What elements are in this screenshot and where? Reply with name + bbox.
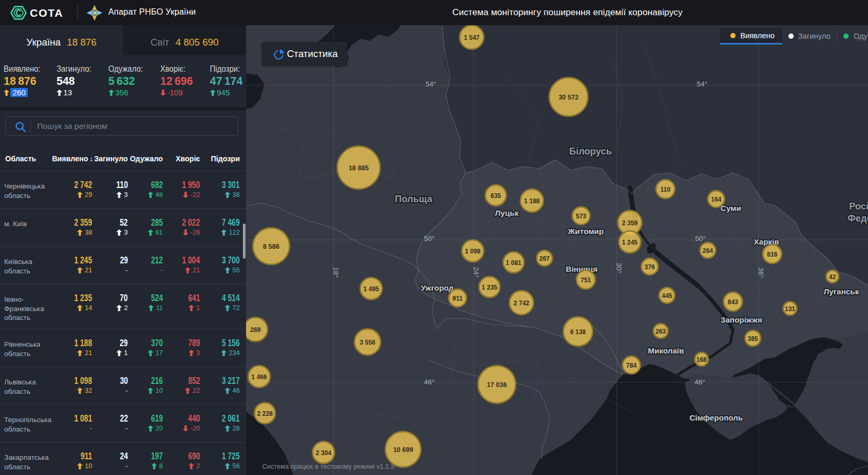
svg-text:Білорусь: Білорусь [569,146,612,157]
svg-text:1 547: 1 547 [464,34,480,41]
svg-text:17 036: 17 036 [487,381,507,389]
svg-text:164: 164 [711,196,721,203]
svg-text:1 245: 1 245 [622,239,638,246]
svg-text:24°: 24° [472,267,480,278]
svg-text:Житомир: Житомир [567,227,604,236]
svg-text:Польща: Польща [395,194,432,204]
svg-text:50°: 50° [424,235,435,242]
svg-text:385: 385 [748,335,758,343]
svg-text:376: 376 [644,263,655,271]
svg-text:2 304: 2 304 [316,449,331,457]
svg-text:1 495: 1 495 [363,285,379,293]
svg-text:1 466: 1 466 [251,373,267,381]
svg-text:Ужгород: Ужгород [421,283,454,292]
svg-text:264: 264 [703,247,713,255]
svg-text:Запоріжжя: Запоріжжя [720,315,762,324]
svg-text:751: 751 [581,277,591,284]
svg-text:18°: 18° [332,267,340,278]
svg-text:2 742: 2 742 [514,300,529,307]
svg-text:Суми: Суми [720,204,741,213]
svg-text:168: 168 [696,356,707,363]
svg-text:54°: 54° [697,80,707,88]
svg-text:1 235: 1 235 [482,284,497,291]
svg-text:1 188: 1 188 [524,197,540,205]
svg-text:Федерація: Федерація [848,213,868,224]
svg-text:46°: 46° [695,378,705,386]
svg-text:573: 573 [576,213,586,220]
svg-text:Російська: Російська [849,201,868,212]
svg-text:Сімферополь: Сімферополь [689,413,743,422]
svg-text:6 138: 6 138 [570,328,586,336]
svg-text:46°: 46° [424,378,435,386]
svg-text:269: 269 [250,326,261,334]
svg-text:3 556: 3 556 [360,339,375,346]
svg-text:54°: 54° [426,80,436,88]
svg-text:267: 267 [539,255,550,262]
svg-text:843: 843 [728,299,738,306]
svg-text:263: 263 [655,328,666,335]
svg-text:36°: 36° [757,268,765,278]
svg-text:30°: 30° [615,263,623,273]
svg-text:18 885: 18 885 [349,164,369,172]
svg-text:131: 131 [785,305,795,313]
svg-text:10 699: 10 699 [393,446,413,454]
svg-text:784: 784 [626,362,637,369]
svg-text:110: 110 [660,186,671,193]
svg-text:911: 911 [452,295,463,302]
svg-text:50°: 50° [695,235,706,242]
svg-text:1 081: 1 081 [506,259,521,267]
svg-text:Луцьк: Луцьк [495,208,519,217]
svg-text:42: 42 [829,273,836,281]
svg-text:30 572: 30 572 [559,94,578,101]
svg-text:8 586: 8 586 [263,243,279,250]
svg-text:1 098: 1 098 [465,248,481,255]
svg-text:Миколаїв: Миколаїв [648,346,684,355]
svg-text:2 359: 2 359 [622,219,638,227]
svg-text:2 228: 2 228 [257,410,273,417]
svg-text:445: 445 [662,292,672,300]
svg-text:816: 816 [767,251,777,258]
svg-text:Луганськ: Луганськ [824,287,859,296]
svg-text:635: 635 [491,192,501,200]
